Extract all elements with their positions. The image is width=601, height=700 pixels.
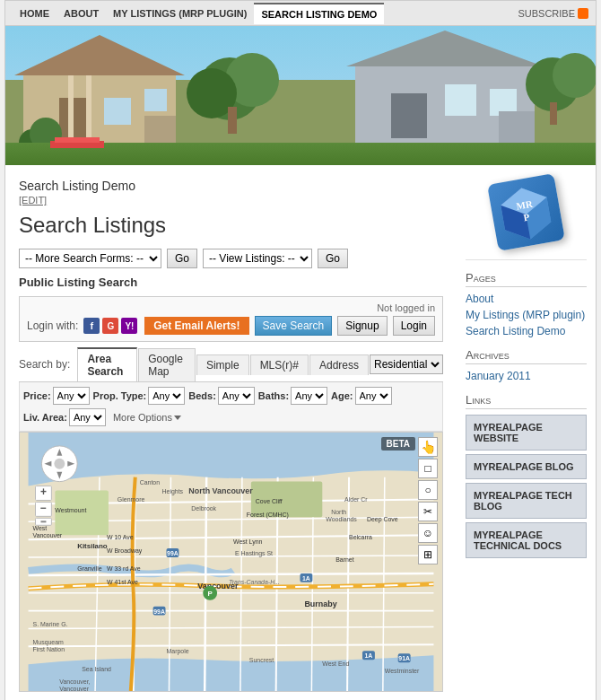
sidebar-btn-myrealpage-website[interactable]: MYREALPAGE WEBSITE: [466, 415, 587, 451]
get-alerts-button[interactable]: Get Email Alerts!: [144, 317, 248, 335]
google-icon[interactable]: G: [102, 318, 118, 334]
filter-beds: Beds: Any: [188, 387, 255, 405]
more-search-forms-select[interactable]: -- More Search Forms: --: [19, 249, 161, 268]
svg-text:West End: West End: [322, 661, 349, 667]
tab-google-map[interactable]: Google Map: [138, 348, 196, 381]
map-circle-btn[interactable]: ○: [418, 480, 438, 500]
svg-text:Kitsilano: Kitsilano: [77, 542, 108, 550]
svg-text:Granville: Granville: [77, 565, 102, 572]
prop-type-select[interactable]: Any: [148, 387, 185, 405]
search-by-row: Search by: Area Search Google Map Simple…: [19, 347, 443, 382]
public-search-label: Public Listing Search: [19, 276, 443, 289]
search-controls: Not logged in Login with: f G Y! Get Ema…: [19, 296, 443, 342]
tab-simple[interactable]: Simple: [196, 354, 249, 375]
more-options-label: More Options: [113, 412, 172, 423]
sidebar-link-listings[interactable]: My Listings (MRP plugin): [466, 309, 587, 321]
svg-text:Cove Cliff: Cove Cliff: [256, 498, 283, 504]
yahoo-icon[interactable]: Y!: [121, 318, 137, 334]
view-listings-select[interactable]: -- View Listings: --: [203, 249, 312, 268]
svg-rect-6: [144, 89, 167, 111]
map-cursor-btn[interactable]: 👆: [418, 437, 438, 457]
signup-button[interactable]: Signup: [337, 316, 387, 336]
page-title: Search Listing Demo: [19, 179, 443, 193]
edit-link[interactable]: [EDIT]: [19, 195, 443, 206]
more-options-chevron: [174, 416, 181, 420]
beds-select[interactable]: Any: [218, 387, 255, 405]
facebook-icon[interactable]: f: [83, 318, 100, 334]
sidebar-link-about[interactable]: About: [466, 293, 587, 305]
top-nav: HOME ABOUT MY LISTINGS (MRP PLUGIN) SEAR…: [5, 1, 596, 26]
svg-text:1A: 1A: [302, 575, 310, 582]
svg-text:Marpole: Marpole: [166, 648, 188, 655]
map-container[interactable]: Kitsilano Vancouver Burnaby North Vancou…: [19, 432, 443, 692]
svg-text:Burnaby: Burnaby: [304, 599, 336, 608]
tab-area-search[interactable]: Area Search: [77, 347, 137, 381]
baths-label: Baths:: [258, 390, 289, 401]
map-scissors-btn[interactable]: ✂: [418, 502, 438, 521]
svg-text:1A: 1A: [364, 652, 372, 659]
svg-text:Vancouver,: Vancouver,: [59, 678, 90, 685]
svg-text:Canton: Canton: [140, 479, 161, 486]
svg-text:W 41st Ave: W 41st Ave: [107, 579, 138, 585]
svg-rect-25: [550, 102, 557, 125]
tab-address[interactable]: Address: [309, 354, 369, 375]
svg-rect-8: [86, 75, 91, 138]
baths-select[interactable]: Any: [291, 387, 327, 405]
svg-rect-20: [445, 84, 476, 116]
map-person-btn[interactable]: ☺: [418, 523, 438, 543]
svg-rect-4: [59, 98, 91, 138]
go-button-2[interactable]: Go: [318, 249, 348, 268]
price-select[interactable]: Any: [53, 387, 90, 405]
svg-rect-16: [228, 107, 237, 134]
filter-age: Age: Any: [331, 387, 391, 405]
nav-home[interactable]: HOME: [13, 4, 57, 23]
map-layers-btn[interactable]: ⊞: [418, 545, 438, 564]
svg-text:99A: 99A: [167, 550, 179, 556]
header-image: [5, 26, 596, 165]
archives-section-title: Archives: [466, 348, 587, 364]
login-button[interactable]: Login: [393, 316, 435, 336]
svg-text:North Vancouver: North Vancouver: [188, 486, 253, 495]
more-options[interactable]: More Options: [113, 412, 181, 423]
svg-text:W 10 Ave: W 10 Ave: [107, 534, 134, 540]
price-label: Price:: [23, 390, 51, 401]
map-square-btn[interactable]: □: [418, 459, 438, 478]
sidebar-link-jan2011[interactable]: January 2011: [466, 370, 587, 382]
sidebar-btn-myrealpage-docs[interactable]: MYREALPAGE TECHNICAL DOCS: [466, 522, 587, 558]
svg-text:Heights: Heights: [162, 488, 184, 495]
sidebar-btn-myrealpage-tech-blog[interactable]: MYREALPAGE TECH BLOG: [466, 483, 587, 519]
mrp-logo: MR P: [487, 173, 565, 251]
svg-text:S. Marine G.: S. Marine G.: [33, 621, 68, 627]
map-svg: Kitsilano Vancouver Burnaby North Vancou…: [20, 433, 442, 691]
beds-label: Beds:: [188, 390, 216, 401]
nav-search-demo[interactable]: SEARCH LISTING DEMO: [254, 3, 384, 24]
sidebar-link-search-demo[interactable]: Search Listing Demo: [466, 325, 587, 337]
nav-about[interactable]: ABOUT: [57, 4, 106, 23]
main-content: Search Listing Demo [EDIT] Search Listin…: [5, 165, 596, 700]
edit-anchor[interactable]: [EDIT]: [19, 195, 47, 206]
filter-prop-type: Prop. Type: Any: [93, 387, 186, 405]
rss-icon: [578, 8, 588, 19]
mrp-logo-svg: MR P: [492, 179, 560, 246]
age-select[interactable]: Any: [355, 387, 392, 405]
header-image-inner: [5, 26, 596, 165]
svg-text:Alder Cr: Alder Cr: [344, 496, 368, 503]
svg-text:E Hastings St: E Hastings St: [235, 550, 273, 557]
map-beta-badge: BETA: [381, 437, 415, 451]
filter-price: Price: Any: [23, 387, 90, 405]
svg-text:West Lynn: West Lynn: [233, 538, 263, 546]
liv-area-select[interactable]: Any: [69, 408, 106, 426]
svg-rect-110: [40, 521, 46, 522]
save-search-button[interactable]: Save Search: [255, 316, 333, 336]
svg-text:−: −: [40, 502, 47, 514]
svg-text:Glenmore: Glenmore: [118, 496, 145, 503]
sidebar-btn-myrealpage-blog[interactable]: MYREALPAGE BLOG: [466, 454, 587, 479]
go-button-1[interactable]: Go: [167, 249, 197, 268]
page-wrapper: HOME ABOUT MY LISTINGS (MRP PLUGIN) SEAR…: [4, 0, 597, 700]
tab-mls[interactable]: MLS(r)#: [250, 354, 309, 375]
nav-listings[interactable]: MY LISTINGS (MRP PLUGIN): [106, 4, 254, 23]
svg-point-24: [553, 53, 596, 98]
residential-select[interactable]: Residential: [370, 354, 443, 374]
svg-text:Musqueam: Musqueam: [33, 639, 65, 646]
svg-text:Delbrook: Delbrook: [191, 505, 216, 512]
